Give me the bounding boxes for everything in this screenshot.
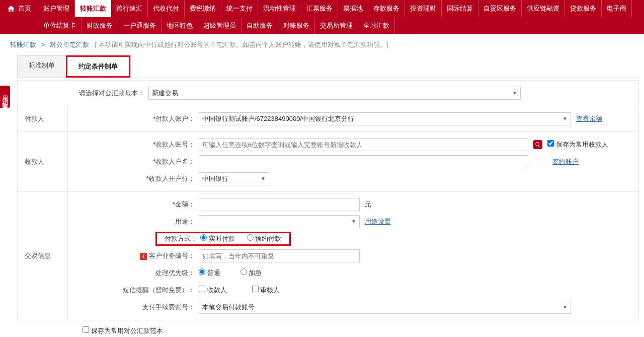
amount-unit: 元 (365, 200, 371, 209)
nav-item[interactable]: 跨行速汇 (111, 0, 148, 17)
home-label: 首页 (18, 4, 31, 13)
nav-item[interactable]: 对账服务 (278, 17, 315, 34)
tab-standard[interactable]: 标准制单 (17, 55, 66, 78)
chevron-down-icon: ▼ (562, 301, 568, 313)
top-nav: 首页 账户管理转账汇款跨行速汇代收代付费税缴纳统一支付流动性管理汇票服务票据池存… (0, 0, 644, 34)
template-select[interactable]: 新建交易 ▼ (148, 87, 521, 100)
chevron-down-icon: ▼ (261, 173, 266, 185)
payer-acct-label: *付款人账户： (68, 114, 199, 123)
nav-row-1: 账户管理转账汇款跨行速汇代收代付费税缴纳统一支付流动性管理汇票服务票据池存款服务… (38, 0, 644, 17)
nav-item[interactable]: 超级管理员 (198, 17, 242, 34)
payee-acct-label: *收款人账号： (68, 140, 199, 149)
pay-method-highlight: 付款方式： 实时付款 预约付款 (155, 232, 291, 246)
nav-item[interactable]: 存款服务 (368, 0, 405, 17)
breadcrumb-hint: [ 本功能可实现向中行或他行对公账号的单笔汇款。如需向个人账户转账，请使用对私单… (95, 41, 388, 48)
breadcrumb-current[interactable]: 对公单笔汇款 (50, 41, 89, 48)
nav-item[interactable]: 代收代付 (148, 0, 185, 17)
nav-item[interactable]: 费税缴纳 (185, 0, 221, 17)
purpose-select[interactable]: ▼ (199, 215, 360, 228)
pay-method-realtime[interactable]: 实时付款 (200, 234, 235, 243)
bizno-input[interactable] (199, 249, 360, 262)
pay-method-scheduled[interactable]: 预约付款 (247, 234, 282, 243)
info-icon: i (140, 253, 147, 260)
nav-item[interactable]: 财政服务 (82, 17, 118, 34)
payee-bank-label: *收款人开户行： (68, 174, 199, 183)
sms-reviewer-check[interactable]: 审核人 (252, 286, 280, 295)
home-link[interactable]: 首页 (0, 0, 38, 17)
priority-label: 处理优先级： (68, 268, 199, 278)
tab-conditional[interactable]: 约定条件制单 (66, 55, 130, 78)
nav-item[interactable]: 地区特色 (162, 17, 198, 34)
fee-acct-label: 支付手续费账号： (68, 303, 199, 312)
home-icon (7, 5, 15, 13)
nav-item[interactable]: 全球汇款 (358, 17, 395, 34)
nav-item[interactable]: 自助服务 (242, 17, 278, 34)
fee-acct-select[interactable]: 本笔交易付款账号 ▼ (199, 301, 571, 314)
payee-name-input[interactable] (199, 155, 528, 168)
amount-label: *金额： (68, 200, 199, 209)
pay-method-label: 付款方式： (160, 234, 200, 243)
sms-payee-check[interactable]: 收款人 (199, 286, 227, 295)
purpose-setting-link[interactable]: 用途设置 (365, 217, 391, 226)
nav-item[interactable]: 供应链融资 (522, 0, 565, 17)
payer-acct-select[interactable]: 中国银行测试账户/672238490000/中国银行北京分行 ▼ (199, 112, 571, 125)
nav-item[interactable]: 交易所管理 (315, 17, 358, 34)
payee-bank-select[interactable]: 中国银行 ▼ (199, 172, 269, 185)
nav-item[interactable]: 单位结算卡 (38, 17, 82, 34)
template-label: 请选择对公汇款范本： (18, 89, 148, 98)
payee-acct-input[interactable] (199, 138, 528, 151)
nav-item[interactable]: 汇票服务 (301, 0, 338, 17)
nav-item[interactable]: 账户管理 (38, 0, 75, 17)
sms-label: 短信提醒（暂时免费）： (68, 286, 199, 295)
nav-item[interactable]: 流动性管理 (258, 0, 301, 17)
nav-item[interactable]: 一户通服务 (118, 17, 162, 34)
save-common-payee-check[interactable]: 保存为常用收款人 (547, 140, 608, 149)
nav-row-2: 单位结算卡财政服务一户通服务地区特色超级管理员自助服务对账服务交易所管理全球汇款 (38, 17, 644, 34)
nav-item[interactable]: 国际结算 (442, 0, 478, 17)
bizno-label: i客户业务编号： (68, 251, 199, 260)
nav-item[interactable]: 统一支付 (221, 0, 258, 17)
chevron-down-icon: ▼ (562, 113, 568, 125)
priority-urgent[interactable]: 加急 (240, 268, 262, 278)
side-expand-tab[interactable]: 用户功能菜单 (0, 86, 10, 108)
breadcrumb: 转账汇款 > 对公单笔汇款 [ 本功能可实现向中行或他行对公账号的单笔汇款。如需… (0, 34, 644, 55)
breadcrumb-root[interactable]: 转账汇款 (10, 41, 36, 48)
purpose-label: 用途： (68, 217, 199, 226)
nav-item[interactable]: 贷款服务 (565, 0, 602, 17)
search-icon[interactable] (533, 140, 542, 149)
chevron-down-icon: ▼ (351, 216, 356, 228)
amount-input[interactable] (199, 198, 360, 211)
nav-item[interactable]: 转账汇款 (75, 0, 111, 17)
form-tabs: 标准制单 约定条件制单 (17, 55, 639, 78)
contract-acct-link[interactable]: 签约账户 (552, 157, 579, 166)
nav-item[interactable]: 票据池 (338, 0, 368, 17)
nav-item[interactable]: 投资理财 (405, 0, 442, 17)
view-balance-link[interactable]: 查看余额 (576, 114, 602, 123)
section-payee: 收款人 (18, 132, 68, 191)
payee-name-label: *收款人户名： (68, 157, 199, 166)
nav-item[interactable]: 自贸区服务 (478, 0, 522, 17)
section-payer: 付款人 (18, 106, 68, 131)
priority-normal[interactable]: 普通 (199, 268, 220, 278)
chevron-down-icon: ▼ (512, 87, 517, 99)
section-txn: 交易信息 (18, 192, 68, 320)
save-template-check[interactable]: 保存为常用对公汇款范本 (83, 326, 163, 335)
nav-item[interactable]: 电子商 (602, 0, 632, 17)
